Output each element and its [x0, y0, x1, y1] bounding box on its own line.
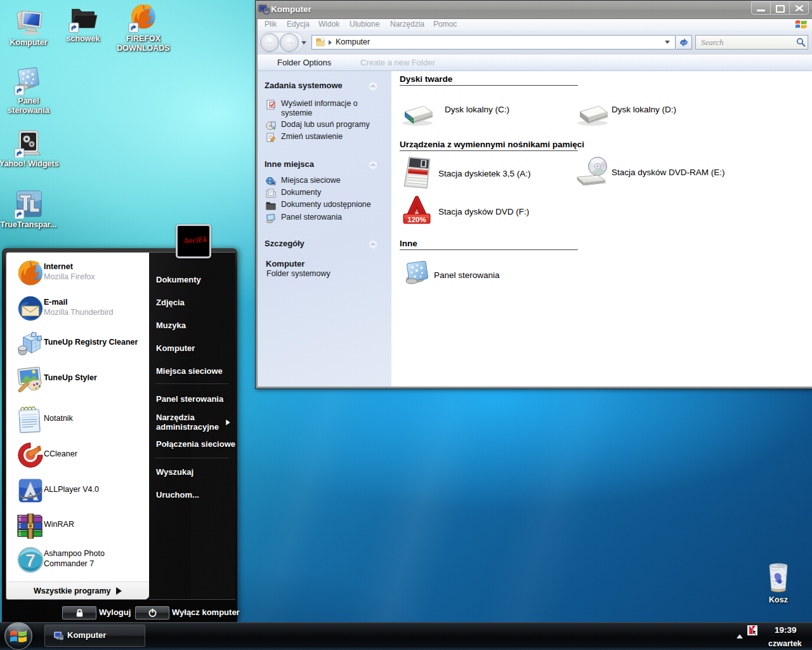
svg-text:120%: 120%: [407, 216, 426, 223]
svg-text:7: 7: [25, 550, 36, 571]
